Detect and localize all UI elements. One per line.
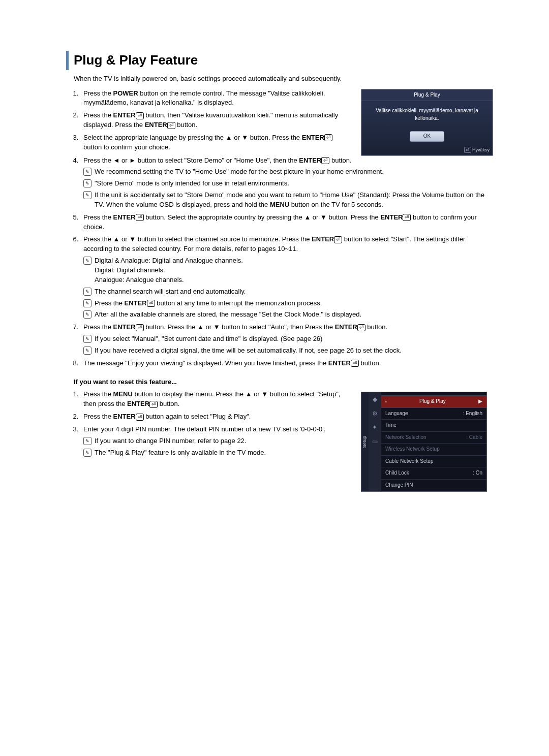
step-2: Press the ENTER⏎ button, then "Valitse k… [80,111,352,130]
note-icon: ✎ [83,437,92,445]
enter-icon: ⏎ [136,112,144,119]
note-icon: ✎ [83,449,92,457]
intro-text: When the TV is initially powered on, bas… [74,74,493,84]
menu-item-cable[interactable]: Cable Network Setup [381,456,486,468]
steps-list-a: Press the POWER button on the remote con… [66,89,352,152]
note-item: ✎If you select "Manual", "Set current da… [83,334,493,344]
note-item: ✎If the unit is accidentally set to "Sto… [83,191,493,210]
note-icon: ✎ [83,257,92,265]
osd-footer: ⏎Hyväksy [361,146,493,155]
step-8: The message "Enjoy your viewing" is disp… [80,359,493,368]
picture-icon: ◆ [373,395,377,404]
reset-step-3: Enter your 4 digit PIN number. The defau… [80,425,352,458]
section-title: Plug & Play Feature [66,51,493,70]
menu-item-plug-play[interactable]: •Plug & Play▶ [381,395,486,408]
enter-icon: ⏎ [136,324,144,331]
osd-ok-button[interactable]: OK [410,131,444,142]
note-icon: ✎ [83,310,92,319]
note-item: ✎If you want to change PIN number, refer… [83,436,352,446]
enter-icon: ⏎ [321,157,329,164]
note-icon: ✎ [83,288,92,296]
enter-icon: ⏎ [351,360,359,367]
reset-steps: Press the MENU button to display the men… [66,390,352,457]
note-item: ✎The "Plug & Play" feature is only avail… [83,448,352,458]
step-1: Press the POWER button on the remote con… [80,89,352,108]
input-icon: ▭ [372,437,378,446]
enter-icon: ⏎ [167,122,175,129]
note-item: ✎Press the ENTER⏎ button at any time to … [83,299,493,308]
note-item: ✎"Store Demo" mode is only intended for … [83,179,493,188]
plug-icon: ✦ [372,423,377,432]
note-icon: ✎ [83,191,92,199]
enter-icon: ⏎ [334,236,342,243]
menu-icon-column: ◆ ⚙ ✦ ▭ [369,392,381,491]
osd-title: Plug & Play [361,89,493,102]
reset-step-1: Press the MENU button to display the men… [80,390,352,409]
steps-list-b: Press the ◄ or ► button to select "Store… [66,156,493,368]
gear-icon: ⚙ [372,410,378,418]
note-icon: ✎ [83,179,92,187]
note-item: ✎If you have received a digital signal, … [83,346,493,356]
note-icon: ✎ [83,335,92,343]
menu-item-time[interactable]: Time [381,420,486,432]
menu-item-wireless: Wireless Network Setup [381,444,486,456]
note-item: ✎The channel search will start and end a… [83,287,493,297]
enter-icon: ⏎ [464,147,471,153]
enter-icon: ⏎ [357,324,365,331]
note-item: ✎After all the available channels are st… [83,310,493,320]
enter-icon: ⏎ [403,214,411,221]
step-7: Press the ENTER⏎ button. Press the ▲ or … [80,323,493,356]
enter-icon: ⏎ [149,401,158,408]
enter-icon: ⏎ [136,214,144,221]
menu-item-change-pin[interactable]: Change PIN [381,480,486,492]
enter-icon: ⏎ [147,300,155,307]
step-3: Select the appropriate language by press… [80,133,352,152]
page-title: Plug & Play Feature [74,51,493,70]
step-6: Press the ▲ or ▼ button to select the ch… [80,235,493,320]
step-5: Press the ENTER⏎ button. Select the appr… [80,213,493,232]
menu-side-label: Setup [361,392,369,491]
note-icon: ✎ [83,299,92,307]
enter-icon: ⏎ [324,134,332,141]
menu-item-network-selection: Network Selection: Cable [381,432,486,444]
chevron-right-icon: ▶ [478,398,482,405]
note-icon: ✎ [83,346,92,355]
note-icon: ✎ [83,168,92,176]
enter-icon: ⏎ [136,414,144,421]
step-4: Press the ◄ or ► button to select "Store… [80,156,493,210]
reset-step-2: Press the ENTER⏎ button again to select … [80,412,352,422]
reset-heading: If you want to reset this feature... [74,377,493,387]
menu-item-language[interactable]: Language: English [381,408,486,420]
note-item: ✎We recommend setting the TV to "Home Us… [83,167,493,177]
note-item: ✎Digital & Analogue: Digital and Analogu… [83,256,493,285]
menu-item-child-lock[interactable]: Child Lock: On [381,467,486,480]
setup-menu: Setup ◆ ⚙ ✦ ▭ •Plug & Play▶ Language: En… [361,392,487,492]
osd-message: Valitse calikkokieli, myymälädemo, kanav… [364,107,490,122]
osd-dialog: Plug & Play Valitse calikkokieli, myymäl… [361,89,493,156]
